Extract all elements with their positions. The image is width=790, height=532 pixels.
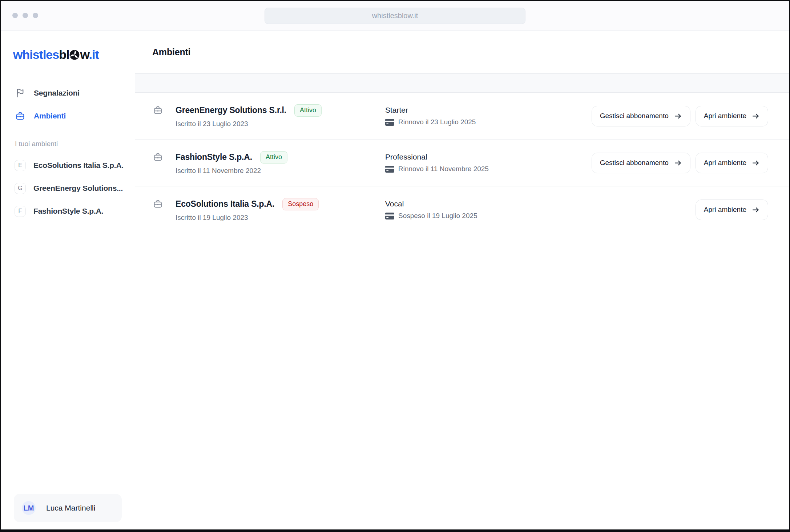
logo-text-dark2: w [80,48,89,61]
page-title: Ambienti [152,47,190,57]
table-header-strip [135,73,789,93]
user-card[interactable]: LM Luca Martinelli [14,494,122,522]
company-cell: GreenEnergy Solutions S.r.l. Attivo Iscr… [153,104,383,128]
env-item-fashionstyle[interactable]: F FashionStyle S.p.A. [1,202,135,220]
env-avatar: E [15,160,26,171]
briefcase-icon [15,111,25,121]
main-header: Ambienti [135,31,789,73]
plan-cell: Vocal Sospeso il 19 Luglio 2025 [383,200,696,220]
env-item-ecosolutions[interactable]: E EcoSolutions Italia S.p.A. [1,157,135,174]
window-controls [12,13,38,18]
sidebar-item-label: Ambienti [34,112,66,120]
sidebar-item-label: Segnalazioni [34,89,80,97]
plan-cell: Professional Rinnovo il 11 Novembre 2025 [383,153,592,173]
briefcase-icon [153,105,163,115]
manage-subscription-button[interactable]: Gestisci abbonamento [592,153,690,173]
user-name: Luca Martinelli [46,504,95,512]
company-name: FashionStyle S.p.A. [176,152,252,162]
button-label: Apri ambiente [704,206,746,214]
arrow-right-icon [751,206,760,214]
credit-card-icon [385,166,394,173]
renewal-date: Rinnovo il 11 Novembre 2025 [398,165,489,173]
credit-card-icon [385,119,394,126]
env-name: GreenEnergy Solutions... [33,184,123,193]
status-badge: Sospeso [282,198,319,210]
open-environment-button[interactable]: Apri ambiente [696,200,768,220]
plan-cell: Starter Rinnovo il 23 Luglio 2025 [383,106,592,126]
pinwheel-icon [69,50,80,60]
env-avatar: G [15,183,26,194]
window-close-button[interactable] [12,13,18,18]
sidebar-nav: Segnalazioni Ambienti [1,85,135,124]
table-row: GreenEnergy Solutions S.r.l. Attivo Iscr… [135,93,789,140]
flag-icon [15,88,25,98]
credit-card-icon [385,213,394,219]
button-label: Apri ambiente [704,112,746,120]
registered-date: Iscritto il 19 Luglio 2023 [176,214,383,222]
browser-window: whistlesblow.it whistlesblw.it Segnalazi… [0,0,790,532]
plan-name: Starter [385,106,592,114]
address-bar-url: whistlesblow.it [372,12,418,20]
plan-name: Professional [385,153,592,161]
briefcase-icon [153,199,163,209]
status-badge: Attivo [260,151,287,164]
env-avatar: F [15,206,26,217]
arrow-right-icon [674,159,682,167]
env-name: FashionStyle S.p.A. [33,207,103,215]
environments-list: E EcoSolutions Italia S.p.A. G GreenEner… [1,157,135,220]
button-label: Apri ambiente [704,159,746,167]
company-cell: FashionStyle S.p.A. Attivo Iscritto il 1… [153,151,383,175]
table-row: EcoSolutions Italia S.p.A. Sospeso Iscri… [135,186,789,233]
arrow-right-icon [751,159,760,167]
manage-subscription-button[interactable]: Gestisci abbonamento [592,106,690,126]
open-environment-button[interactable]: Apri ambiente [696,106,768,126]
sidebar-item-ambienti[interactable]: Ambienti [1,108,135,124]
browser-topbar: whistlesblow.it [1,1,789,31]
window-minimize-button[interactable] [23,13,28,18]
button-label: Gestisci abbonamento [600,112,669,120]
company-cell: EcoSolutions Italia S.p.A. Sospeso Iscri… [153,198,383,222]
arrow-right-icon [751,112,760,120]
button-label: Gestisci abbonamento [600,159,669,167]
logo-text-dark: bl [59,48,69,61]
renewal-date: Sospeso il 19 Luglio 2025 [398,212,477,220]
user-avatar: LM [22,501,36,515]
app-logo: whistlesblw.it [13,48,135,62]
window-zoom-button[interactable] [33,13,38,18]
registered-date: Iscritto il 23 Luglio 2023 [176,120,383,128]
arrow-right-icon [674,112,682,120]
table-row: FashionStyle S.p.A. Attivo Iscritto il 1… [135,140,789,186]
logo-text-tld: .it [89,48,99,61]
main-content: Ambienti GreenEnergy Solutions S.r.l. At… [135,31,789,529]
status-badge: Attivo [294,104,322,117]
row-actions: Apri ambiente [696,200,768,220]
registered-date: Iscritto il 11 Novembre 2022 [176,167,383,175]
sidebar-item-segnalazioni[interactable]: Segnalazioni [1,85,135,101]
briefcase-icon [153,152,163,162]
company-name: GreenEnergy Solutions S.r.l. [176,105,286,115]
address-bar[interactable]: whistlesblow.it [265,8,525,24]
sidebar: whistlesblw.it Segnalazioni Ambienti I t… [1,31,135,529]
env-item-greenenergy[interactable]: G GreenEnergy Solutions... [1,180,135,197]
renewal-date: Rinnovo il 23 Luglio 2025 [398,118,476,126]
logo-text-blue: whistles [13,48,59,61]
open-environment-button[interactable]: Apri ambiente [696,153,768,173]
row-actions: Gestisci abbonamento Apri ambiente [592,153,768,173]
environments-section-label: I tuoi ambienti [15,140,135,148]
row-actions: Gestisci abbonamento Apri ambiente [592,106,768,126]
plan-name: Vocal [385,200,696,208]
env-name: EcoSolutions Italia S.p.A. [33,161,124,170]
company-name: EcoSolutions Italia S.p.A. [176,199,274,209]
